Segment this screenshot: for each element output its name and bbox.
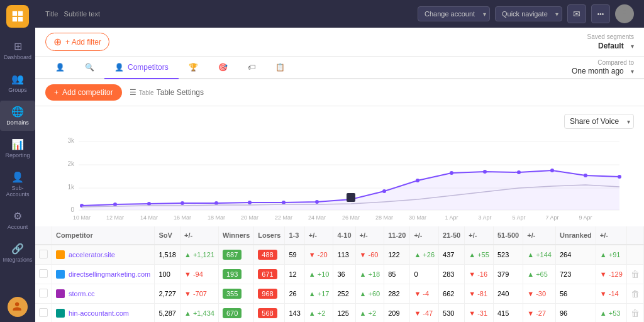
quick-navigate-wrapper[interactable]: Quick navigate bbox=[495, 6, 562, 21]
table-row: directsellingmarketing.com 100 ▼ -94 193… bbox=[35, 265, 644, 284]
th-checkbox bbox=[35, 226, 52, 245]
cell-delete[interactable]: 🗑 bbox=[626, 304, 643, 323]
cell-r13: 59 bbox=[285, 245, 304, 265]
domain-name[interactable]: hin-accountant.com bbox=[69, 309, 129, 317]
cell-delete[interactable]: 🗑 bbox=[626, 265, 643, 284]
cell-r13: 12 bbox=[285, 265, 304, 284]
tab-search[interactable]: 🔍 bbox=[75, 57, 104, 79]
cell-r1120-delta: ▼ -47 bbox=[410, 304, 439, 323]
th-11-20-delta[interactable]: +/- bbox=[410, 226, 439, 245]
table-row: hin-accountant.com 5,287 ▲ +1,434 670 56… bbox=[35, 304, 644, 323]
add-competitor-plus: + bbox=[54, 88, 58, 97]
svg-point-21 bbox=[483, 170, 487, 174]
tab-competitors-label: Competitors bbox=[128, 63, 169, 72]
sidebar-item-dashboard[interactable]: ⊞ Dashboard bbox=[0, 35, 35, 65]
sidebar-item-reporting[interactable]: 📊 Reporting bbox=[0, 133, 35, 164]
tab-competitors[interactable]: 👤 Competitors bbox=[104, 57, 179, 79]
cell-delete[interactable]: 🗑 bbox=[626, 284, 643, 304]
th-unranked[interactable]: Unranked bbox=[556, 226, 596, 245]
th-11-20[interactable]: 11-20 bbox=[384, 226, 410, 245]
tab-target[interactable]: 🎯 bbox=[208, 57, 238, 79]
th-4-10-delta[interactable]: +/- bbox=[355, 226, 384, 245]
line-chart: 3k 2k 1k 0 bbox=[45, 131, 634, 219]
th-winners[interactable]: Winners bbox=[218, 226, 253, 245]
delete-button[interactable]: 🗑 bbox=[631, 308, 640, 318]
domains-icon: 🌐 bbox=[11, 106, 24, 118]
chart-metric-select[interactable]: Share of Voice bbox=[564, 114, 634, 129]
sidebar-item-groups[interactable]: 👥 Groups bbox=[0, 68, 35, 98]
quick-navigate-select[interactable]: Quick navigate bbox=[495, 6, 562, 21]
svg-point-24 bbox=[584, 174, 587, 177]
cell-r2150-delta: ▼ -16 bbox=[465, 265, 494, 284]
cell-checkbox[interactable] bbox=[35, 284, 52, 304]
th-51-500-delta[interactable]: +/- bbox=[523, 226, 556, 245]
th-actions bbox=[626, 226, 643, 245]
cell-losers: 568 bbox=[254, 304, 285, 323]
th-1-3[interactable]: 1-3 bbox=[285, 226, 304, 245]
sidebar-item-subaccounts[interactable]: 👤 Sub-Accounts bbox=[0, 166, 35, 203]
cell-sov-delta: ▼ -94 bbox=[180, 265, 218, 284]
th-21-50-delta[interactable]: +/- bbox=[465, 226, 494, 245]
sidebar-item-account[interactable]: ⚙ Account bbox=[0, 205, 35, 235]
mail-button[interactable]: ✉ bbox=[567, 4, 586, 23]
sidebar-avatar[interactable] bbox=[8, 297, 28, 317]
segment-select[interactable]: Default bbox=[598, 42, 634, 50]
change-account-select[interactable]: Change account bbox=[418, 6, 490, 21]
cell-r51500-delta: ▼ -27 bbox=[523, 304, 556, 323]
th-21-50[interactable]: 21-50 bbox=[439, 226, 465, 245]
user-avatar[interactable] bbox=[615, 4, 634, 23]
cell-checkbox[interactable] bbox=[35, 245, 52, 265]
cell-checkbox[interactable] bbox=[35, 265, 52, 284]
sidebar-item-integrations[interactable]: 🔗 Integrations bbox=[0, 238, 35, 268]
th-competitor[interactable]: Competitor bbox=[52, 226, 155, 245]
sidebar-item-domains[interactable]: 🌐 Domains bbox=[0, 101, 35, 131]
losers-badge: 671 bbox=[258, 269, 277, 279]
row-checkbox[interactable] bbox=[39, 250, 48, 258]
th-sov-delta[interactable]: +/- bbox=[180, 226, 218, 245]
th-unranked-delta[interactable]: +/- bbox=[596, 226, 626, 245]
th-1-3-delta[interactable]: +/- bbox=[304, 226, 333, 245]
svg-text:2k: 2k bbox=[67, 160, 75, 167]
delete-button[interactable]: 🗑 bbox=[631, 289, 640, 299]
cell-r13-delta: ▼ -20 bbox=[304, 245, 333, 265]
row-checkbox[interactable] bbox=[39, 289, 48, 297]
main-content: Title Subtitle text Change account Quick… bbox=[35, 0, 644, 322]
cell-r1120-delta: ▲ +26 bbox=[410, 245, 439, 265]
dots-button[interactable]: ••• bbox=[591, 4, 610, 23]
chart-metric-wrapper[interactable]: Share of Voice bbox=[564, 114, 634, 129]
cell-r2150-delta: ▼ -81 bbox=[465, 284, 494, 304]
table-settings-button[interactable]: ☰ Table Table Settings bbox=[130, 88, 204, 97]
tab-trophy[interactable]: 🏆 bbox=[179, 57, 208, 79]
trophy-icon: 🏆 bbox=[189, 63, 198, 72]
tab-tag[interactable]: 🏷 bbox=[238, 57, 265, 79]
svg-text:30 Mar: 30 Mar bbox=[409, 214, 426, 221]
compare-select-wrapper[interactable]: One month ago bbox=[572, 67, 634, 75]
page-content: ⊕ + Add filter Saved segments Default 👤 … bbox=[35, 28, 644, 322]
domain-name[interactable]: accelerator.site bbox=[69, 251, 115, 258]
cell-r51500: 240 bbox=[493, 284, 523, 304]
add-competitor-button[interactable]: + Add competitor bbox=[45, 84, 122, 101]
domain-name[interactable]: storm.cc bbox=[69, 290, 95, 297]
cell-r13-delta: ▲ +17 bbox=[304, 284, 333, 304]
th-losers[interactable]: Losers bbox=[254, 226, 285, 245]
compare-select[interactable]: One month ago bbox=[572, 67, 634, 75]
tab-list[interactable]: 📋 bbox=[265, 57, 295, 79]
losers-badge: 968 bbox=[258, 289, 277, 299]
change-account-wrapper[interactable]: Change account bbox=[418, 6, 490, 21]
row-checkbox[interactable] bbox=[39, 269, 48, 278]
tag-icon: 🏷 bbox=[248, 63, 255, 72]
domain-name[interactable]: directsellingmarketing.com bbox=[69, 270, 150, 278]
tab-keywords[interactable]: 👤 bbox=[45, 57, 75, 79]
delete-button[interactable]: 🗑 bbox=[631, 269, 640, 279]
th-sov[interactable]: SoV bbox=[155, 226, 180, 245]
list-icon: 📋 bbox=[275, 63, 285, 72]
cell-checkbox[interactable] bbox=[35, 304, 52, 323]
th-4-10[interactable]: 4-10 bbox=[333, 226, 355, 245]
th-51-500[interactable]: 51-500 bbox=[493, 226, 523, 245]
segment-select-wrapper[interactable]: Default bbox=[598, 42, 634, 50]
app-logo[interactable] bbox=[6, 5, 29, 28]
reporting-icon: 📊 bbox=[11, 138, 24, 150]
add-filter-button[interactable]: ⊕ + Add filter bbox=[45, 33, 109, 51]
cell-winners: 687 bbox=[218, 245, 253, 265]
row-checkbox[interactable] bbox=[39, 308, 48, 317]
